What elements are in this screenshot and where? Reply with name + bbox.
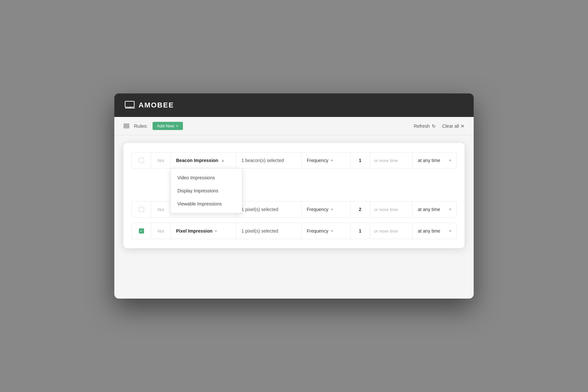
logo-icon	[125, 101, 135, 110]
rule-1-type-text: Beacon Impression	[176, 158, 218, 163]
rule-row: Not Beacon Impression ▲ Video Impression…	[131, 152, 457, 169]
rule-2-freq-chevron-icon: ▾	[331, 207, 333, 212]
rule-1-chevron-up-icon: ▲	[221, 158, 225, 163]
rule-1-not-label: Not	[151, 153, 171, 168]
rule-3-type-dropdown[interactable]: Pixel Impression ▾	[171, 223, 236, 239]
rule-1-type-dropdown[interactable]: Beacon Impression ▲ Video Impressions Di…	[171, 153, 236, 168]
add-new-icon: +	[176, 123, 178, 128]
rule-3-frequency[interactable]: Frequency ▾	[302, 223, 351, 239]
app-header: AMOBEE	[114, 93, 474, 117]
svg-rect-4	[124, 125, 129, 126]
clear-all-icon: ✕	[461, 123, 465, 129]
toolbar-right: Refresh ↻ Clear all ✕	[414, 123, 465, 129]
rule-1-anytime-chevron-icon: ▾	[449, 158, 451, 163]
svg-rect-3	[124, 124, 129, 125]
rule-3-checkbox-cell[interactable]	[132, 223, 151, 239]
refresh-button[interactable]: Refresh ↻	[414, 123, 436, 129]
dropdown-video-impressions[interactable]: Video Impressions	[171, 171, 242, 184]
clear-all-button[interactable]: Clear all ✕	[442, 123, 465, 129]
refresh-icon: ↻	[432, 123, 436, 129]
rule-2-frequency[interactable]: Frequency ▾	[302, 202, 351, 217]
svg-rect-0	[125, 101, 134, 107]
rule-1-selection[interactable]: 1 beacon(s) selected	[236, 153, 302, 168]
rule-3-not-label: Not	[151, 223, 171, 239]
rule-2-selection[interactable]: 1 pixel(s) selected	[236, 202, 302, 217]
add-new-button[interactable]: Add New +	[153, 122, 183, 130]
rule-3-selection[interactable]: 1 pixel(s) selected	[236, 223, 302, 239]
rules-card: Not Beacon Impression ▲ Video Impression…	[123, 143, 465, 248]
rule-2-anytime[interactable]: at any time ▾	[413, 202, 456, 217]
rule-2-not-label: Not	[151, 202, 171, 217]
rule-1-checkbox[interactable]	[139, 158, 144, 163]
logo-text: AMOBEE	[139, 101, 174, 109]
rules-label: Rules:	[134, 123, 148, 129]
rule-3-freq-chevron-icon: ▾	[331, 229, 333, 233]
rule-1-anytime[interactable]: at any time ▾	[413, 153, 456, 168]
rule-2-anytime-chevron-icon: ▾	[449, 207, 451, 212]
rule-1-anytime-text: at any time	[418, 158, 440, 163]
rule-3-anytime[interactable]: at any time ▾	[413, 223, 456, 239]
rule-2-anytime-text: at any time	[418, 207, 440, 212]
rule-3-more-label: or more time	[370, 223, 413, 239]
rule-1-more-label: or more time	[370, 153, 413, 168]
rule-1-frequency[interactable]: Frequency ▾	[302, 153, 351, 168]
rule-1-dropdown-menu: Video Impressions Display Impressions Vi…	[171, 168, 242, 213]
rules-icon	[123, 123, 129, 129]
rule-3-checkbox[interactable]	[139, 228, 144, 234]
refresh-label: Refresh	[414, 123, 430, 129]
app-logo: AMOBEE	[125, 101, 174, 110]
rule-2-count: 2	[351, 202, 370, 217]
rule-3-count: 1	[351, 223, 370, 239]
rule-2-checkbox[interactable]	[139, 207, 144, 212]
rule-row: Not Pixel Impression ▾ 1 pixel(s) select…	[131, 223, 457, 239]
dropdown-viewable-impressions[interactable]: Viewable Impressions	[171, 197, 242, 210]
add-new-label: Add New	[157, 123, 174, 128]
rule-3-chevron-icon: ▾	[215, 229, 217, 233]
rule-1-count: 1	[351, 153, 370, 168]
svg-rect-5	[124, 127, 129, 128]
rule-1-freq-chevron-icon: ▾	[331, 158, 333, 163]
rule-3-type-text: Pixel Impression	[176, 228, 212, 234]
rule-2-checkbox-cell[interactable]	[132, 202, 151, 217]
rule-2-more-label: or more time	[370, 202, 413, 217]
rules-toolbar: Rules: Add New + Refresh ↻ Clear all ✕	[114, 117, 474, 135]
rule-1-checkbox-cell[interactable]	[132, 153, 151, 168]
clear-all-label: Clear all	[442, 123, 459, 129]
main-content: Not Beacon Impression ▲ Video Impression…	[114, 135, 474, 299]
dropdown-display-impressions[interactable]: Display Impressions	[171, 184, 242, 197]
rule-3-anytime-text: at any time	[418, 228, 440, 234]
rule-3-anytime-chevron-icon: ▾	[449, 229, 451, 233]
rule-1-frequency-text: Frequency	[307, 158, 328, 163]
rule-3-frequency-text: Frequency	[307, 228, 328, 234]
rule-2-frequency-text: Frequency	[307, 207, 328, 212]
